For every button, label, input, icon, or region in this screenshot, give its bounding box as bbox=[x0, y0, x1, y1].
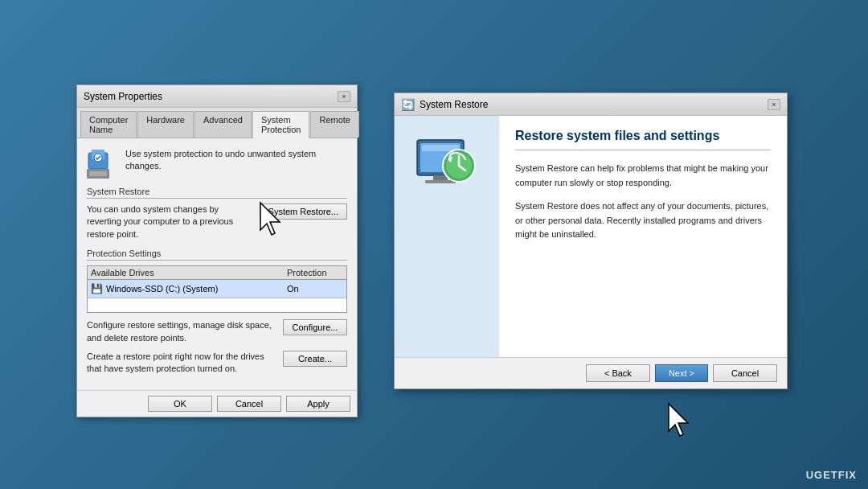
svg-marker-16 bbox=[669, 404, 688, 436]
restore-wizard-footer: < Back Next > Cancel bbox=[395, 357, 787, 388]
tab-hardware[interactable]: Hardware bbox=[137, 111, 194, 138]
system-restore-button[interactable]: System Restore... bbox=[260, 203, 347, 220]
configure-desc: Configure restore settings, manage disk … bbox=[87, 319, 276, 344]
col-available-drives: Available Drives bbox=[91, 268, 287, 277]
ok-button[interactable]: OK bbox=[148, 396, 212, 412]
drives-table: Available Drives Protection 💾 Windows-SS… bbox=[87, 265, 347, 313]
protection-settings-label: Protection Settings bbox=[87, 249, 347, 261]
restore-wizard-title: System Restore bbox=[420, 99, 488, 110]
create-button[interactable]: Create... bbox=[283, 351, 347, 367]
restore-wizard-body: Restore system files and settings System… bbox=[395, 116, 787, 357]
system-properties-title: System Properties bbox=[84, 91, 162, 102]
cancel-button-restore[interactable]: Cancel bbox=[713, 364, 777, 382]
restore-close-button[interactable]: × bbox=[768, 99, 780, 110]
tab-system-protection[interactable]: System Protection bbox=[252, 111, 310, 138]
system-properties-footer: OK Cancel Apply bbox=[77, 390, 357, 417]
configure-button[interactable]: Configure... bbox=[283, 319, 347, 335]
drives-table-header: Available Drives Protection bbox=[88, 266, 346, 280]
create-row: Create a restore point right now for the… bbox=[87, 351, 347, 376]
restore-left-panel bbox=[395, 116, 499, 357]
info-row: Use system protection to undo unwanted s… bbox=[87, 146, 347, 179]
system-properties-body: Use system protection to undo unwanted s… bbox=[77, 138, 357, 390]
protection-settings-section: Protection Settings Available Drives Pro… bbox=[87, 249, 347, 313]
tab-computer-name[interactable]: Computer Name bbox=[80, 111, 137, 138]
cancel-button-sysprops[interactable]: Cancel bbox=[217, 396, 281, 412]
table-row[interactable]: 💾 Windows-SSD (C:) (System) On bbox=[88, 280, 346, 298]
tab-remote[interactable]: Remote bbox=[310, 111, 359, 138]
back-button[interactable]: < Back bbox=[586, 364, 650, 382]
protection-icon bbox=[87, 146, 119, 179]
restore-desc-1: System Restore can help fix problems tha… bbox=[515, 162, 771, 190]
sys-restore-desc: You can undo system changes by reverting… bbox=[87, 203, 253, 240]
apply-button[interactable]: Apply bbox=[286, 396, 350, 412]
window-controls: × bbox=[338, 91, 350, 102]
restore-wizard-titlebar: 🔄 System Restore × bbox=[395, 93, 787, 116]
svg-rect-8 bbox=[433, 175, 448, 180]
system-restore-label: System Restore bbox=[87, 187, 347, 199]
drive-name: Windows-SSD (C:) (System) bbox=[106, 284, 287, 294]
restore-desc-2: System Restore does not affect any of yo… bbox=[515, 199, 771, 242]
mouse-cursor-next bbox=[665, 402, 698, 442]
configure-row: Configure restore settings, manage disk … bbox=[87, 319, 347, 344]
drives-table-body: 💾 Windows-SSD (C:) (System) On bbox=[88, 280, 346, 312]
next-button[interactable]: Next > bbox=[655, 364, 708, 382]
svg-rect-4 bbox=[89, 171, 107, 176]
drive-icon: 💾 bbox=[91, 283, 103, 294]
col-protection: Protection bbox=[287, 268, 343, 277]
create-desc: Create a restore point right now for the… bbox=[87, 351, 276, 376]
close-button[interactable]: × bbox=[338, 91, 350, 102]
watermark: UGETFIX bbox=[806, 469, 857, 481]
system-restore-section: System Restore You can undo system chang… bbox=[87, 187, 347, 240]
system-properties-window: System Properties × Computer Name Hardwa… bbox=[76, 84, 358, 417]
info-text: Use system protection to undo unwanted s… bbox=[125, 146, 347, 173]
restore-illustration bbox=[411, 132, 483, 204]
restore-main-heading: Restore system files and settings bbox=[515, 129, 771, 150]
tab-advanced[interactable]: Advanced bbox=[194, 111, 252, 138]
tabs-row: Computer Name Hardware Advanced System P… bbox=[77, 108, 357, 138]
drive-protection-status: On bbox=[287, 284, 343, 294]
restore-title-icon: 🔄 bbox=[401, 98, 415, 111]
system-restore-row: You can undo system changes by reverting… bbox=[87, 203, 347, 240]
restore-right-panel: Restore system files and settings System… bbox=[499, 116, 787, 357]
system-restore-wizard: 🔄 System Restore × bbox=[394, 92, 788, 389]
restore-title-row: 🔄 System Restore bbox=[401, 98, 488, 111]
system-properties-titlebar: System Properties × bbox=[77, 85, 357, 108]
